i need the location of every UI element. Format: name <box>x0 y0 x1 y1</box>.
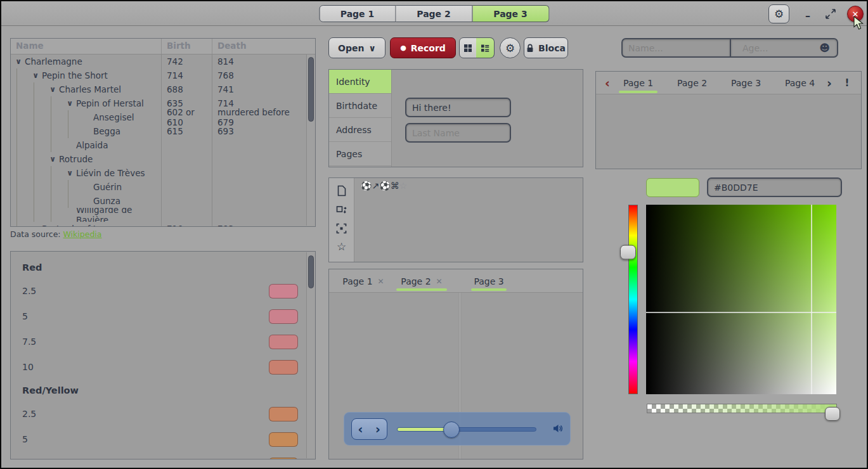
column-header-name[interactable]: Name <box>11 39 162 54</box>
tree-indent-guide <box>16 138 28 152</box>
tree-row[interactable]: Guérin <box>11 180 306 194</box>
tree-row[interactable]: Ansegisel602 or 610murdered before 679 <box>11 110 306 124</box>
name-input[interactable] <box>621 38 730 58</box>
hue-slider[interactable] <box>628 205 638 394</box>
resize-page-icon[interactable] <box>336 205 347 215</box>
scale-item[interactable]: 2.5 <box>11 401 306 427</box>
right-tab-page-2[interactable]: Page 2 <box>665 72 719 94</box>
scale-section-header: Red <box>11 257 306 278</box>
record-label: Record <box>411 43 446 53</box>
expander-icon[interactable]: ∨ <box>47 155 58 164</box>
hue-slider-handle[interactable] <box>620 245 636 260</box>
tree-row[interactable]: Begga615693 <box>11 124 306 138</box>
tree-cell-birth <box>162 180 212 194</box>
expander-icon[interactable]: ∨ <box>47 85 58 94</box>
tree-row[interactable]: ∨Pepin the Short714768 <box>11 68 306 82</box>
tree-row[interactable]: Willigarde de Bavière <box>11 208 306 222</box>
scale-item[interactable]: 5 <box>11 304 306 329</box>
settings-button[interactable]: ⚙ <box>768 4 789 23</box>
titlebar-tab-group: Page 1Page 2Page 3 <box>319 5 549 22</box>
identity-item-pages[interactable]: Pages <box>329 142 391 166</box>
volume-icon[interactable] <box>552 423 564 434</box>
seek-slider-handle[interactable] <box>443 421 460 438</box>
seek-slider[interactable] <box>397 427 536 432</box>
first-name-input[interactable] <box>405 98 511 117</box>
tree-scrollbar[interactable] <box>306 55 314 226</box>
grid-view-toggle[interactable] <box>459 37 477 58</box>
age-field[interactable]: ☻ <box>730 38 838 58</box>
column-header-birth[interactable]: Birth <box>162 39 212 54</box>
tree-row[interactable]: Gunza <box>11 194 306 208</box>
settings-round-button[interactable]: ⚙ <box>500 37 521 58</box>
scale-item[interactable]: 10 <box>11 354 306 380</box>
scale-item[interactable]: 2.5 <box>11 278 306 304</box>
color-swatch[interactable] <box>646 178 699 197</box>
scale-scrollbar[interactable] <box>306 252 314 458</box>
column-header-death[interactable]: Death <box>212 39 315 54</box>
star-icon[interactable]: ☆ <box>337 242 346 251</box>
scale-item[interactable]: 5 <box>11 427 306 452</box>
right-tab-page-4[interactable]: Page 4 <box>773 72 827 94</box>
next-button[interactable]: › <box>369 418 387 440</box>
new-document-icon[interactable] <box>337 185 347 196</box>
tab-close-icon[interactable]: ✕ <box>436 277 443 286</box>
tree-row[interactable]: ∨Charles Martel688741 <box>11 82 306 96</box>
list-view-toggle[interactable] <box>476 37 495 58</box>
hex-color-input[interactable] <box>707 177 842 197</box>
emoji-icon[interactable]: ☻ <box>819 42 830 54</box>
open-button[interactable]: Open ∨ <box>328 37 385 58</box>
titlebar: Page 1Page 2Page 3 ⚙ – ✕ <box>1 1 867 26</box>
tree-scrollbar-thumb[interactable] <box>308 57 314 122</box>
right-tab-page-3[interactable]: Page 3 <box>719 72 773 94</box>
alpha-slider[interactable] <box>647 404 837 413</box>
wikipedia-link[interactable]: Wikipedia <box>63 229 102 239</box>
tree-cell-name: Gunza <box>11 194 162 208</box>
scale-item[interactable]: 7.5 <box>11 452 306 459</box>
mid-tab-page-2[interactable]: Page 2✕ <box>391 269 452 293</box>
expander-icon[interactable]: ∨ <box>30 71 41 80</box>
expander-icon[interactable]: ∨ <box>64 99 75 108</box>
tree-row[interactable]: ▸Bertrade of Laon710783 <box>11 222 306 226</box>
identity-item-address[interactable]: Address <box>329 118 391 142</box>
lock-button[interactable]: Bloca <box>524 37 568 58</box>
tree-cell-birth <box>162 152 212 166</box>
center-focus-icon[interactable] <box>336 223 347 234</box>
expander-icon[interactable]: ∨ <box>13 57 24 66</box>
right-tab-page-1[interactable]: Page 1 <box>611 72 665 94</box>
tree-row[interactable]: ∨Rotrude <box>11 152 306 166</box>
alpha-slider-handle[interactable] <box>825 407 840 421</box>
age-input[interactable] <box>737 43 819 53</box>
minimize-button[interactable]: – <box>801 5 815 22</box>
tree-cell-birth <box>162 138 212 152</box>
tree-indent-guide <box>16 222 28 226</box>
person-name: Pepin the Short <box>42 70 108 80</box>
tree-indent-guide <box>16 152 28 166</box>
expander-icon[interactable]: ▸ <box>30 224 41 226</box>
textview-content[interactable]: ⚽↗⚽⌘☆ <box>361 181 407 191</box>
record-button[interactable]: ● Record <box>390 37 456 58</box>
tree-row[interactable]: ∨Liévin de Trèves <box>11 166 306 180</box>
titlebar-tab-page-1[interactable]: Page 1 <box>319 5 396 22</box>
scale-scrollbar-thumb[interactable] <box>308 255 314 288</box>
mid-tab-page-1[interactable]: Page 1✕ <box>338 269 389 293</box>
titlebar-tab-page-3[interactable]: Page 3 <box>472 5 549 22</box>
identity-item-birthdate[interactable]: Birthdate <box>329 94 391 118</box>
titlebar-tab-page-2[interactable]: Page 2 <box>396 5 472 22</box>
textview-panel[interactable]: ☆ ⚽↗⚽⌘☆ <box>328 177 583 262</box>
saturation-value-plane[interactable] <box>646 205 836 394</box>
previous-button[interactable]: ‹ <box>351 418 370 440</box>
tree-row[interactable]: ∨Charlemagne742814 <box>11 55 306 68</box>
tree-cell-death <box>212 152 306 166</box>
tab-close-icon[interactable]: ✕ <box>378 277 384 286</box>
tree-indent-guide <box>34 82 45 96</box>
maximize-button[interactable] <box>825 8 836 20</box>
expander-icon[interactable]: ∨ <box>64 169 75 177</box>
scale-item[interactable]: 7.5 <box>11 329 306 354</box>
tab-overflow-indicator[interactable]: ! <box>842 72 852 94</box>
mid-tab-page-3[interactable]: Page 3 <box>466 269 512 293</box>
identity-item-identity[interactable]: Identity <box>329 70 391 94</box>
tree-row[interactable]: Alpaida <box>11 138 306 152</box>
open-label: Open <box>338 43 364 53</box>
last-name-input[interactable] <box>405 123 511 143</box>
person-name: Rotrude <box>59 154 93 164</box>
